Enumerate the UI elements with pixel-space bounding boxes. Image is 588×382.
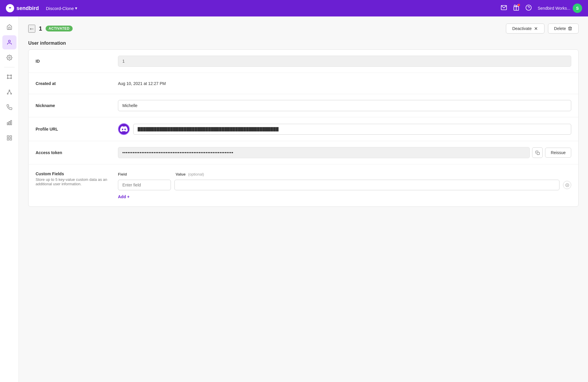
svg-point-18 [7, 93, 8, 94]
nickname-input[interactable] [118, 100, 571, 111]
user-menu[interactable]: Sendbird Works... S [538, 4, 582, 13]
delete-icon [568, 26, 572, 31]
user-display-name: Sendbird Works... [538, 6, 570, 11]
custom-fields-right: Field Value (optional) [118, 171, 571, 199]
access-token-label: Access token [36, 150, 118, 155]
created-at-value: Aug 10, 2021 at 12:27 PM [118, 81, 571, 86]
svg-line-21 [9, 91, 11, 93]
profile-avatar [118, 123, 130, 135]
profile-url-input[interactable] [133, 124, 571, 135]
svg-point-7 [8, 40, 10, 42]
logo: sendbird [6, 4, 39, 12]
sidebar-item-modules[interactable] [2, 131, 16, 145]
custom-field-input[interactable] [118, 180, 171, 190]
svg-rect-27 [7, 139, 9, 140]
nickname-value [118, 100, 571, 111]
user-id-number: 1 [39, 25, 42, 32]
svg-point-12 [11, 78, 11, 79]
custom-fields-label: Custom Fields [36, 171, 118, 176]
nickname-row: Nickname [29, 94, 578, 117]
sidebar-item-calls[interactable] [2, 100, 16, 114]
value-col-header: Value [176, 172, 186, 176]
svg-rect-31 [537, 152, 539, 154]
app-name: Discord-Clone [46, 6, 74, 11]
deactivate-icon [534, 26, 538, 31]
logo-text: sendbird [16, 5, 39, 11]
svg-rect-28 [10, 139, 11, 140]
add-icon: + [127, 194, 129, 199]
back-button[interactable]: ← [28, 25, 35, 33]
access-token-display: ••••••••••••••••••••••••••••••••••••••••… [118, 147, 530, 158]
custom-fields-description: Store up to 5 key-value custom data as a… [36, 177, 118, 186]
svg-rect-23 [9, 121, 10, 125]
status-badge: ACTIVATED [46, 26, 72, 31]
nickname-label: Nickname [36, 103, 118, 108]
sidebar-divider-1 [4, 67, 15, 67]
field-col-header: Field [118, 172, 127, 176]
created-at-label: Created at [36, 81, 118, 86]
created-at-row: Created at Aug 10, 2021 at 12:27 PM [29, 73, 578, 94]
reissue-button[interactable]: Reissue [545, 148, 571, 158]
header-actions: Deactivate Delete [506, 24, 579, 34]
mail-icon[interactable] [501, 4, 507, 12]
dropdown-icon: ▾ [75, 6, 77, 11]
add-field-button[interactable]: Add + [118, 194, 129, 199]
id-row: ID 1 [29, 50, 578, 73]
nav-icons: Sendbird Works... S [501, 4, 582, 13]
id-value: 1 [118, 56, 571, 67]
svg-point-8 [9, 57, 10, 59]
logo-icon [6, 4, 14, 12]
sidebar-item-users[interactable] [2, 35, 16, 49]
svg-point-11 [7, 78, 8, 79]
cf-column-headers: Field Value (optional) [118, 171, 571, 177]
gift-icon[interactable] [513, 4, 519, 12]
value-optional-label: (optional) [188, 172, 204, 176]
section-title: User information [28, 41, 579, 46]
custom-value-input[interactable] [174, 180, 559, 190]
svg-point-17 [9, 90, 10, 91]
sidebar-item-settings[interactable] [2, 51, 16, 65]
id-input: 1 [118, 56, 571, 67]
svg-point-10 [11, 75, 11, 76]
header-row: ← 1 ACTIVATED Deactivate Delete [28, 24, 579, 34]
svg-rect-25 [7, 136, 9, 138]
profile-url-value [118, 123, 571, 135]
user-info-card: ID 1 Created at Aug 10, 2021 at 12:27 PM… [28, 49, 579, 207]
sidebar [0, 16, 19, 382]
svg-rect-26 [10, 136, 11, 138]
access-token-value: ••••••••••••••••••••••••••••••••••••••••… [118, 147, 571, 158]
id-label: ID [36, 59, 118, 64]
svg-point-1 [9, 7, 11, 8]
help-icon[interactable] [525, 4, 532, 12]
delete-button[interactable]: Delete [548, 24, 579, 34]
add-label: Add [118, 194, 126, 199]
svg-point-9 [7, 75, 8, 76]
profile-url-label: Profile URL [36, 127, 118, 131]
access-token-row: Access token •••••••••••••••••••••••••••… [29, 141, 578, 164]
sidebar-item-analytics[interactable] [2, 116, 16, 130]
custom-fields-row: Custom Fields Store up to 5 key-value cu… [29, 164, 578, 206]
top-nav: sendbird Discord-Clone ▾ [0, 0, 588, 16]
notification-dot [518, 4, 520, 6]
copy-button[interactable] [532, 147, 543, 158]
custom-field-remove-button[interactable] [563, 181, 571, 189]
custom-field-row-1 [118, 180, 571, 190]
svg-rect-24 [11, 121, 11, 125]
sidebar-item-integrations[interactable] [2, 70, 16, 84]
svg-point-19 [11, 93, 11, 94]
sidebar-item-home[interactable] [2, 20, 16, 34]
copy-icon [535, 151, 540, 155]
svg-rect-22 [7, 123, 8, 125]
close-icon [565, 183, 569, 187]
deactivate-button[interactable]: Deactivate [506, 24, 544, 34]
profile-url-row: Profile URL [29, 117, 578, 141]
main-content: ← 1 ACTIVATED Deactivate Delete [19, 16, 588, 382]
app-selector[interactable]: Discord-Clone ▾ [46, 6, 77, 11]
user-avatar: S [573, 4, 582, 13]
svg-line-20 [8, 91, 9, 93]
sidebar-item-connections[interactable] [2, 85, 16, 99]
